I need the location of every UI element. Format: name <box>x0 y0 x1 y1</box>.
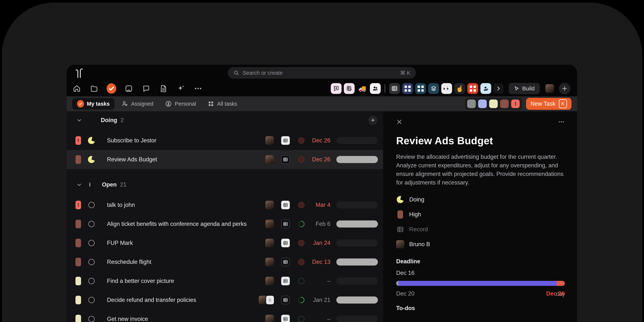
task-status-toggle[interactable] <box>88 221 95 227</box>
due-status-circle[interactable] <box>298 259 305 265</box>
due-date[interactable]: Dec 13 <box>306 259 330 265</box>
task-status-toggle[interactable] <box>88 156 95 163</box>
task-title[interactable]: Align ticket benefits with conference ag… <box>107 221 262 227</box>
field-priority-high[interactable]: High <box>396 207 565 222</box>
task-row[interactable]: Review Ads BudgetDec 26 <box>66 150 383 169</box>
task-title[interactable]: Find a better cover picture <box>107 278 262 284</box>
tab-personal[interactable]: Personal <box>160 98 201 110</box>
chevron-down-icon[interactable] <box>76 182 82 188</box>
finger-app-icon[interactable]: ☝️ <box>454 83 465 94</box>
priority-badge[interactable] <box>76 277 81 285</box>
swatch-red-urgent[interactable]: ! <box>511 100 520 108</box>
priority-badge[interactable] <box>76 155 81 164</box>
due-status-circle[interactable] <box>298 297 305 303</box>
add-task-button[interactable] <box>368 116 378 125</box>
field-status-doing[interactable]: Doing <box>396 192 565 207</box>
due-date[interactable]: Dec 26 <box>306 137 330 144</box>
task-row[interactable]: FUP MarkJan 24 <box>66 234 383 252</box>
grid-red-app-icon[interactable] <box>467 83 478 94</box>
priority-badge[interactable] <box>76 296 81 304</box>
priority-badge[interactable]: ! <box>76 201 81 209</box>
priority-badge[interactable] <box>76 258 81 266</box>
field-assignee[interactable]: Bruno B <box>396 237 565 252</box>
assignee-avatars[interactable] <box>265 201 274 209</box>
close-icon[interactable] <box>396 119 402 125</box>
chat-arrow-app-icon[interactable] <box>331 83 342 94</box>
due-status-circle[interactable] <box>298 278 305 284</box>
chevron-down-icon[interactable] <box>76 117 82 123</box>
record-icon[interactable] <box>281 155 290 164</box>
deadline-start-date[interactable]: Dec 16 <box>396 270 565 276</box>
tab-all-tasks[interactable]: All tasks <box>203 98 242 110</box>
task-title[interactable]: Decide refund and transfer policies <box>107 297 255 303</box>
record-icon[interactable] <box>281 258 290 266</box>
deadline-progress-bar[interactable] <box>396 281 565 286</box>
task-title[interactable]: Review Ads Budget <box>107 156 262 163</box>
task-row[interactable]: !talk to johnMar 4 <box>66 196 383 214</box>
task-title[interactable]: Get new invoice <box>107 316 262 322</box>
nav-ai-sparkles-icon[interactable] <box>175 83 186 94</box>
task-row[interactable]: Find a better cover picture– <box>66 272 383 290</box>
task-title[interactable]: Review Ads Budget <box>396 135 565 147</box>
height-logo-icon[interactable] <box>75 68 83 77</box>
task-status-toggle[interactable] <box>88 137 95 144</box>
nav-tasks-check-icon[interactable] <box>106 83 117 94</box>
layers-app-icon[interactable] <box>428 83 439 94</box>
nav-home-icon[interactable] <box>71 83 82 94</box>
record-icon[interactable] <box>281 277 290 285</box>
new-task-button[interactable]: New Task K <box>526 98 572 110</box>
assignee-avatars[interactable] <box>265 220 274 228</box>
due-status-circle[interactable] <box>298 156 305 163</box>
build-button[interactable]: Build <box>509 83 540 94</box>
task-description[interactable]: Review the allocated advertising budget … <box>396 152 565 187</box>
task-row[interactable]: Decide refund and transfer policiesJan 2… <box>66 290 383 310</box>
due-date[interactable]: – <box>306 316 330 322</box>
more-ellipsis-icon[interactable] <box>558 119 565 125</box>
due-status-circle[interactable] <box>298 240 305 246</box>
add-workspace-button[interactable] <box>559 83 570 94</box>
task-status-toggle[interactable] <box>88 278 95 284</box>
record-icon[interactable] <box>281 239 290 247</box>
grid-teal-app-icon[interactable] <box>415 83 426 94</box>
swatch-brown[interactable] <box>500 100 509 108</box>
task-title[interactable]: talk to john <box>107 202 262 208</box>
table-app-icon[interactable] <box>389 83 400 94</box>
chevron-right-icon[interactable] <box>494 84 504 94</box>
task-status-toggle[interactable] <box>88 259 95 265</box>
due-date[interactable]: Jan 24 <box>306 240 330 246</box>
swatch-gray[interactable] <box>467 100 476 108</box>
task-status-toggle[interactable] <box>88 297 95 303</box>
nav-inbox-icon[interactable] <box>123 83 134 94</box>
table-edit-app-icon[interactable] <box>344 83 354 94</box>
due-status-circle[interactable] <box>298 316 305 322</box>
priority-badge[interactable] <box>76 220 81 228</box>
assignee-avatars[interactable] <box>265 277 274 285</box>
priority-badge[interactable] <box>76 315 81 322</box>
swatch-yellow[interactable] <box>489 100 498 108</box>
swatch-periwinkle[interactable] <box>478 100 487 108</box>
people-app-icon[interactable] <box>370 83 381 94</box>
task-status-toggle[interactable] <box>88 202 95 208</box>
due-date[interactable]: Dec 26 <box>306 156 330 163</box>
due-date[interactable]: Feb 6 <box>306 221 330 227</box>
assignee-avatars[interactable] <box>265 155 274 164</box>
due-status-circle[interactable] <box>298 137 305 144</box>
assignee-avatars[interactable] <box>265 258 274 266</box>
tab-my-tasks[interactable]: My tasks <box>72 98 114 110</box>
record-icon[interactable] <box>281 136 290 145</box>
task-status-toggle[interactable] <box>88 316 95 322</box>
task-row[interactable]: Align ticket benefits with conference ag… <box>66 214 383 234</box>
priority-badge[interactable]: ! <box>76 136 81 145</box>
due-date[interactable]: – <box>306 278 330 284</box>
assignee-avatars[interactable] <box>265 136 274 145</box>
eyes-app-icon[interactable]: 👀 <box>441 83 452 94</box>
record-icon[interactable] <box>281 315 290 322</box>
task-title[interactable]: Reschedule flight <box>107 259 262 265</box>
task-title[interactable]: FUP Mark <box>107 240 262 246</box>
truck-app-icon[interactable]: 🚚 <box>357 83 368 94</box>
priority-badge[interactable] <box>76 239 81 247</box>
field-record[interactable]: Record <box>396 222 565 237</box>
record-icon[interactable] <box>281 220 290 228</box>
assignee-avatars[interactable] <box>265 239 274 247</box>
record-icon[interactable] <box>281 296 290 304</box>
